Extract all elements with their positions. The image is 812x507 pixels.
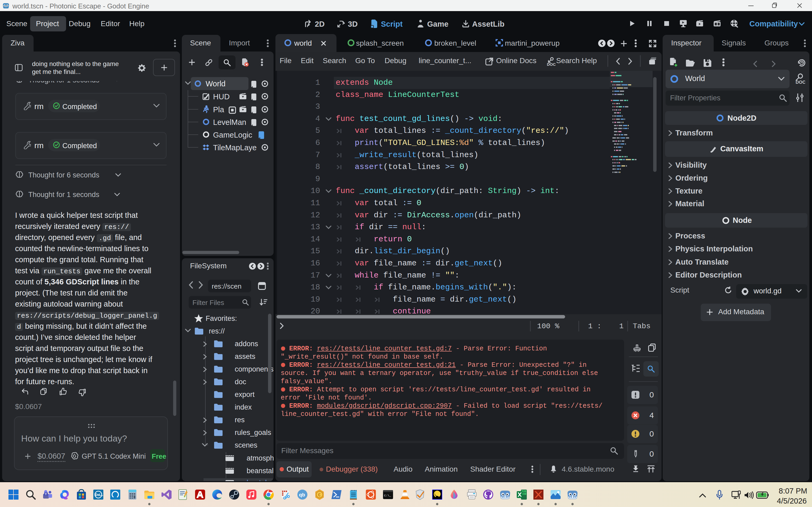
svg-text:DOC: DOC — [796, 80, 805, 84]
svg-text:€: € — [318, 492, 321, 498]
svg-text:DeLL: DeLL — [95, 493, 103, 497]
svg-text:qb: qb — [299, 492, 305, 498]
svg-text:C:\_: C:\_ — [384, 494, 391, 497]
svg-text:T: T — [45, 493, 47, 496]
